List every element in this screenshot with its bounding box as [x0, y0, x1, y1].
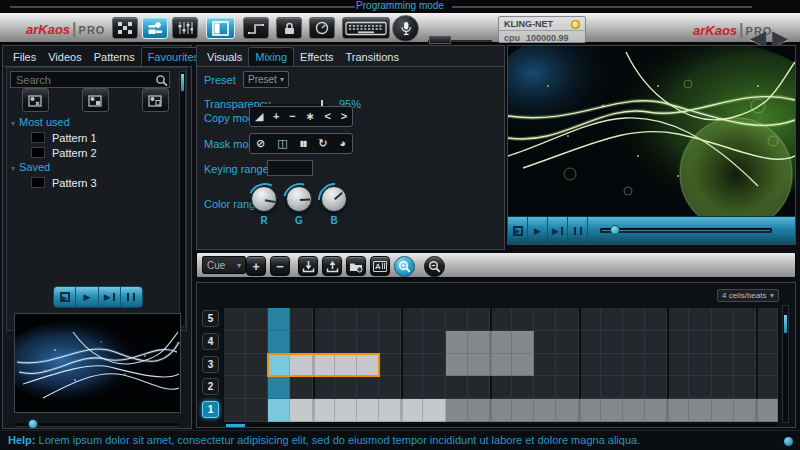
copy-mode-multiply-button[interactable]: ∗: [305, 111, 314, 122]
tree-group-most-used[interactable]: ▾Most used: [11, 115, 175, 130]
output-play-button[interactable]: ▶: [528, 217, 548, 244]
grid-cell[interactable]: [290, 376, 312, 399]
grid-cell[interactable]: [268, 376, 290, 399]
grid-cell[interactable]: [734, 331, 756, 354]
remove-cell-button[interactable]: −: [270, 256, 290, 276]
grid-cell[interactable]: [313, 354, 335, 377]
grid-cell[interactable]: [712, 399, 734, 422]
grid-cell[interactable]: [712, 308, 734, 331]
grid-cell[interactable]: [446, 308, 468, 331]
grid-cell[interactable]: [556, 354, 578, 377]
grid-cell[interactable]: [379, 308, 401, 331]
output-timeline-slider[interactable]: [600, 228, 772, 233]
grid-cell[interactable]: [756, 308, 778, 331]
grid-cell[interactable]: [756, 399, 778, 422]
grid-cell[interactable]: [579, 399, 601, 422]
media-manager-button[interactable]: [346, 256, 366, 276]
grid-cell[interactable]: [224, 399, 246, 422]
grid-cell[interactable]: [534, 376, 556, 399]
grid-cell[interactable]: [224, 308, 246, 331]
import-button[interactable]: [298, 256, 318, 276]
grid-cell[interactable]: [645, 331, 667, 354]
grid-cell[interactable]: [623, 308, 645, 331]
toolbar-cells-view-button[interactable]: [112, 17, 138, 39]
tree-item-pattern-3[interactable]: Pattern 3: [11, 175, 175, 190]
mic-volume-handle[interactable]: [429, 36, 451, 44]
zoom-in-button[interactable]: [394, 256, 415, 277]
grid-cell[interactable]: [556, 376, 578, 399]
color-knob-r[interactable]: [251, 186, 277, 212]
grid-cell[interactable]: [689, 399, 711, 422]
copy-mode-add-button[interactable]: +: [273, 111, 279, 122]
grid-cell[interactable]: [401, 399, 423, 422]
grid-cell[interactable]: [468, 376, 490, 399]
grid-cell[interactable]: [556, 308, 578, 331]
grid-cell[interactable]: [490, 376, 512, 399]
grid-cell[interactable]: [290, 308, 312, 331]
grid-cell[interactable]: [623, 354, 645, 377]
cue-dropdown[interactable]: Cue ▾: [202, 256, 246, 274]
grid-cell[interactable]: [290, 354, 312, 377]
grid-cell[interactable]: [756, 376, 778, 399]
grid-cell[interactable]: [357, 354, 379, 377]
grid-cell[interactable]: [601, 376, 623, 399]
sequencer-hscrollbar-thumb[interactable]: [226, 424, 245, 427]
grid-cell[interactable]: [357, 308, 379, 331]
grid-cell[interactable]: [601, 308, 623, 331]
grid-row-label-3[interactable]: 3: [202, 356, 219, 373]
grid-cell[interactable]: [446, 399, 468, 422]
grid-cell[interactable]: [601, 331, 623, 354]
tree-item-pattern-2[interactable]: Pattern 2: [11, 145, 175, 160]
tab-effects[interactable]: Effects: [294, 48, 339, 66]
tab-patterns[interactable]: Patterns: [88, 48, 141, 66]
grid-cell[interactable]: [734, 308, 756, 331]
grid-cell[interactable]: [357, 331, 379, 354]
grid-row-label-2[interactable]: 2: [202, 378, 219, 395]
library-filter-all-button[interactable]: [22, 88, 49, 112]
grid-cell[interactable]: [290, 331, 312, 354]
grid-cell[interactable]: [734, 354, 756, 377]
color-knob-b[interactable]: [321, 186, 347, 212]
grid-cell[interactable]: [379, 399, 401, 422]
library-filter-patterns-button[interactable]: [82, 88, 109, 112]
grid-cell[interactable]: [512, 376, 534, 399]
grid-cell[interactable]: [313, 308, 335, 331]
grid-cell[interactable]: [246, 354, 268, 377]
grid-cell[interactable]: [468, 331, 490, 354]
toolbar-preview-mixer-button[interactable]: [142, 17, 168, 39]
grid-cell[interactable]: [446, 354, 468, 377]
grid-cell[interactable]: [268, 354, 290, 377]
grid-cell[interactable]: [512, 308, 534, 331]
grid-cell[interactable]: [645, 308, 667, 331]
copy-mode-prev-button[interactable]: <: [324, 111, 330, 122]
grid-cell[interactable]: [734, 376, 756, 399]
grid-cell[interactable]: [623, 376, 645, 399]
grid-cell[interactable]: [468, 354, 490, 377]
tree-group-saved[interactable]: ▾Saved: [11, 160, 175, 175]
toolbar-lock-button[interactable]: [276, 17, 302, 39]
grid-cell[interactable]: [667, 331, 689, 354]
grid-cell[interactable]: [401, 376, 423, 399]
add-cell-button[interactable]: +: [246, 256, 266, 276]
grid-cell[interactable]: [689, 331, 711, 354]
grid-cell[interactable]: [534, 354, 556, 377]
grid-cell[interactable]: [313, 399, 335, 422]
grid-cell[interactable]: [224, 354, 246, 377]
tab-mixing[interactable]: Mixing: [248, 47, 294, 66]
grid-cell[interactable]: [268, 308, 290, 331]
grid-cell[interactable]: [645, 354, 667, 377]
grid-cell[interactable]: [446, 376, 468, 399]
grid-cell[interactable]: [335, 331, 357, 354]
grid-cell[interactable]: [667, 354, 689, 377]
grid-cell[interactable]: [357, 399, 379, 422]
mask-mode-split-button[interactable]: ◫: [277, 138, 287, 149]
sequencer-hscrollbar[interactable]: [223, 424, 777, 427]
tab-transitions[interactable]: Transitions: [340, 48, 405, 66]
grid-cell[interactable]: [667, 399, 689, 422]
grid-cell[interactable]: [579, 308, 601, 331]
grid-cell[interactable]: [335, 399, 357, 422]
output-timeline-thumb[interactable]: [610, 225, 620, 235]
search-input[interactable]: [10, 71, 170, 88]
mask-mode-luma-button[interactable]: ◕: [339, 138, 346, 149]
tab-videos[interactable]: Videos: [42, 48, 87, 66]
